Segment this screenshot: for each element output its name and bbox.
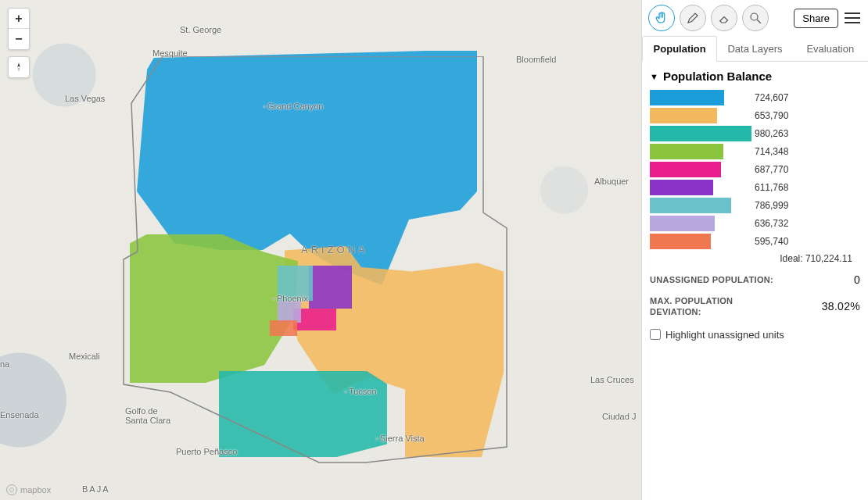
bar-track — [650, 234, 751, 249]
highlight-unassigned-checkbox[interactable] — [650, 329, 661, 340]
ideal-row: Ideal: 710,224.11 — [650, 253, 860, 264]
sidebar: Share Population Data Layers Evaluation … — [641, 0, 868, 500]
section-title: Population Balance — [663, 70, 772, 83]
district-region[interactable] — [270, 320, 297, 336]
population-bar-row: 786,999 — [650, 197, 860, 214]
population-panel: ▼ Population Balance 724,607653,790980,2… — [642, 62, 868, 347]
compass-icon — [13, 62, 24, 73]
compass-button[interactable] — [8, 56, 30, 78]
mapbox-logo-icon — [6, 484, 17, 495]
zoom-in-button[interactable]: + — [9, 9, 29, 29]
ideal-value: 710,224.11 — [805, 253, 852, 264]
population-bar-row: 653,790 — [650, 107, 860, 124]
bar-track — [650, 162, 751, 177]
bar-value: 636,732 — [755, 218, 788, 229]
district-region[interactable] — [278, 301, 301, 323]
stat-value: 0 — [854, 273, 860, 286]
tab-data-layers[interactable]: Data Layers — [717, 36, 792, 61]
bar-fill — [650, 162, 721, 177]
stat-label: Max. population deviation: — [650, 295, 783, 318]
bar-value: 714,348 — [755, 146, 788, 157]
population-bars: 724,607653,790980,263714,348687,770611,7… — [650, 89, 860, 250]
population-bar-row: 687,770 — [650, 161, 860, 178]
bar-track — [650, 90, 751, 105]
population-bar-row: 714,348 — [650, 143, 860, 160]
pan-tool-button[interactable] — [648, 5, 675, 31]
bar-track — [650, 144, 751, 159]
bar-value: 653,790 — [755, 110, 788, 121]
zoom-out-button[interactable]: − — [9, 29, 29, 49]
hand-icon — [655, 11, 669, 25]
tab-bar: Population Data Layers Evaluation — [642, 36, 868, 62]
bar-fill — [650, 108, 717, 123]
hamburger-icon — [845, 12, 860, 14]
menu-button[interactable] — [843, 9, 862, 27]
draw-tool-button[interactable] — [680, 5, 706, 31]
stat-unassigned: Unassigned population: 0 — [650, 273, 860, 286]
bar-value: 980,263 — [755, 128, 788, 139]
erase-tool-button[interactable] — [711, 5, 737, 31]
attribution-text: mapbox — [20, 485, 51, 495]
stat-value: 38.02% — [822, 300, 860, 312]
inspect-tool-button[interactable] — [742, 5, 769, 31]
bar-track — [650, 198, 751, 213]
district-region[interactable] — [219, 371, 387, 457]
share-button[interactable]: Share — [794, 9, 838, 28]
bar-value: 687,770 — [755, 164, 788, 175]
stat-label: Unassigned population: — [650, 274, 773, 285]
tab-evaluation[interactable]: Evaluation — [793, 36, 868, 61]
stat-deviation: Max. population deviation: 38.02% — [650, 295, 860, 318]
map-pane[interactable]: ARIZONA St. George Mesquite Las Vegas Gr… — [0, 0, 641, 500]
population-bar-row: 611,768 — [650, 179, 860, 196]
bar-fill — [650, 234, 711, 249]
zoom-control: + − — [8, 8, 30, 50]
bar-track — [650, 216, 751, 231]
bar-fill — [650, 180, 713, 195]
bar-value: 724,607 — [755, 92, 788, 103]
eraser-icon — [717, 11, 731, 25]
bar-fill — [650, 198, 731, 213]
section-header-population-balance[interactable]: ▼ Population Balance — [650, 70, 860, 83]
district-region[interactable] — [278, 266, 313, 301]
ideal-label: Ideal: — [780, 253, 802, 264]
district-region[interactable] — [309, 266, 352, 309]
tab-population[interactable]: Population — [642, 36, 717, 62]
population-bar-row: 724,607 — [650, 89, 860, 106]
population-bar-row: 980,263 — [650, 125, 860, 142]
checkbox-label: Highlight unassigned units — [665, 329, 784, 341]
population-bar-row: 636,732 — [650, 215, 860, 232]
bar-track — [650, 126, 751, 141]
bar-fill — [650, 126, 751, 141]
magnifier-icon — [748, 11, 762, 25]
bar-fill — [650, 216, 715, 231]
map-attribution: mapbox — [6, 484, 51, 495]
population-bar-row: 595,740 — [650, 233, 860, 250]
bar-value: 786,999 — [755, 200, 788, 211]
app-root: ARIZONA St. George Mesquite Las Vegas Gr… — [0, 0, 868, 500]
bar-value: 611,768 — [755, 182, 788, 193]
toolbar: Share — [642, 0, 868, 36]
bar-track — [650, 108, 751, 123]
bar-fill — [650, 144, 723, 159]
pencil-icon — [686, 11, 700, 25]
bar-fill — [650, 90, 724, 105]
svg-line-1 — [757, 20, 761, 23]
caret-down-icon: ▼ — [650, 72, 658, 81]
bar-track — [650, 180, 751, 195]
highlight-unassigned-row[interactable]: Highlight unassigned units — [650, 329, 860, 341]
svg-point-0 — [751, 13, 758, 20]
bar-value: 595,740 — [755, 236, 788, 247]
